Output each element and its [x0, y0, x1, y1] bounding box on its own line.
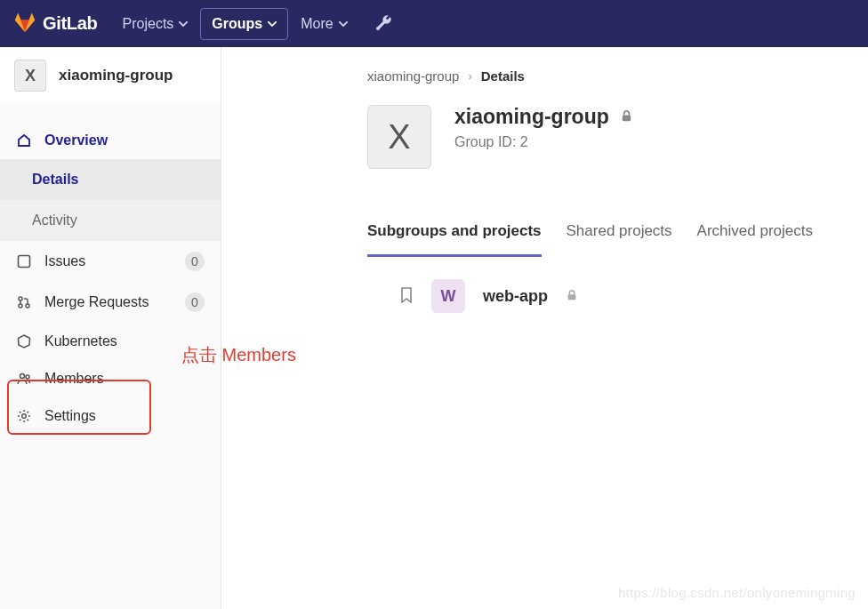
sidebar-item-label: Overview	[44, 132, 108, 148]
sidebar-item-activity[interactable]: Activity	[0, 200, 221, 241]
sidebar-item-label: Details	[32, 172, 78, 187]
hero-avatar-initial: X	[388, 118, 410, 156]
sidebar-item-issues[interactable]: Issues 0	[0, 241, 221, 282]
svg-point-7	[22, 414, 27, 419]
tab-shared-projects[interactable]: Shared projects	[567, 222, 672, 257]
svg-rect-8	[623, 115, 631, 121]
breadcrumb-root[interactable]: xiaoming-group	[367, 68, 459, 84]
sidebar-item-overview[interactable]: Overview	[0, 122, 221, 159]
breadcrumb-current: Details	[481, 68, 525, 84]
tab-label: Shared projects	[567, 222, 672, 239]
nav-groups[interactable]: Groups	[200, 8, 288, 40]
bookmark-icon	[399, 287, 414, 306]
project-list-item[interactable]: W web-app	[243, 258, 847, 313]
project-avatar-initial: W	[441, 287, 456, 306]
top-navbar: GitLab Projects Groups More	[0, 0, 868, 47]
svg-rect-9	[568, 294, 576, 300]
tab-label: Subgroups and projects	[367, 222, 542, 239]
tab-subgroups-projects[interactable]: Subgroups and projects	[367, 222, 542, 257]
sidebar-item-label: Members	[44, 371, 104, 387]
gitlab-logo[interactable]: GitLab	[14, 12, 98, 35]
group-hero: X xiaoming-group Group ID: 2	[243, 105, 847, 169]
main-content: xiaoming-group › Details X xiaoming-grou…	[221, 47, 868, 609]
chevron-down-icon	[339, 21, 348, 27]
page-title: xiaoming-group	[454, 105, 609, 129]
sidebar-item-label: Kubernetes	[44, 333, 117, 349]
sidebar-item-details[interactable]: Details	[0, 159, 221, 200]
sidebar-item-label: Settings	[44, 408, 96, 424]
sidebar-item-merge-requests[interactable]: Merge Requests 0	[0, 282, 221, 323]
group-id-text: Group ID: 2	[454, 134, 633, 150]
sidebar-item-label: Activity	[32, 212, 77, 228]
svg-point-5	[20, 374, 25, 379]
nav-more-label: More	[301, 16, 333, 32]
svg-point-3	[26, 304, 29, 308]
tab-archived-projects[interactable]: Archived projects	[697, 222, 813, 257]
gitlab-icon	[14, 12, 36, 35]
sidebar-group-header[interactable]: X xiaoming-group	[0, 47, 221, 104]
content-tabs: Subgroups and projects Shared projects A…	[243, 222, 847, 258]
breadcrumb: xiaoming-group › Details	[243, 68, 847, 105]
svg-point-6	[26, 375, 29, 379]
project-name[interactable]: web-app	[483, 287, 548, 306]
sidebar-item-settings[interactable]: Settings	[0, 397, 221, 435]
svg-point-1	[19, 297, 22, 300]
kubernetes-icon	[16, 334, 32, 349]
sidebar-item-label: Merge Requests	[44, 294, 149, 310]
lock-icon	[620, 109, 633, 125]
admin-wrench-icon[interactable]	[376, 14, 392, 33]
merge-request-icon	[16, 295, 32, 309]
svg-marker-4	[19, 335, 30, 348]
tab-label: Archived projects	[697, 222, 813, 239]
issues-icon	[16, 254, 32, 268]
group-avatar-initial: X	[25, 67, 36, 85]
nav-more[interactable]: More	[290, 9, 358, 39]
nav-projects[interactable]: Projects	[112, 9, 199, 39]
svg-point-2	[19, 304, 22, 308]
annotation-text: 点击 Members	[181, 343, 296, 367]
watermark-text: https://blog.csdn.net/onlyonemingming	[618, 585, 856, 600]
sidebar-overview-sublinks: Details Activity	[0, 159, 221, 241]
lock-icon	[566, 289, 578, 304]
project-avatar: W	[431, 279, 465, 313]
chevron-down-icon	[179, 21, 188, 27]
group-avatar: X	[14, 60, 46, 92]
sidebar-item-label: Issues	[44, 253, 85, 269]
members-icon	[16, 372, 32, 386]
sidebar: X xiaoming-group Overview Details Activi…	[0, 47, 221, 609]
issues-count-badge: 0	[185, 252, 205, 271]
chevron-down-icon	[268, 21, 277, 27]
nav-groups-label: Groups	[212, 16, 262, 32]
svg-rect-0	[19, 256, 30, 268]
group-hero-avatar: X	[367, 105, 431, 169]
nav-projects-label: Projects	[123, 16, 174, 32]
gitlab-logo-text: GitLab	[43, 13, 98, 34]
group-name: xiaoming-group	[59, 67, 173, 84]
gear-icon	[16, 409, 32, 423]
home-icon	[16, 133, 32, 148]
mr-count-badge: 0	[185, 292, 205, 312]
chevron-right-icon: ›	[468, 69, 471, 83]
